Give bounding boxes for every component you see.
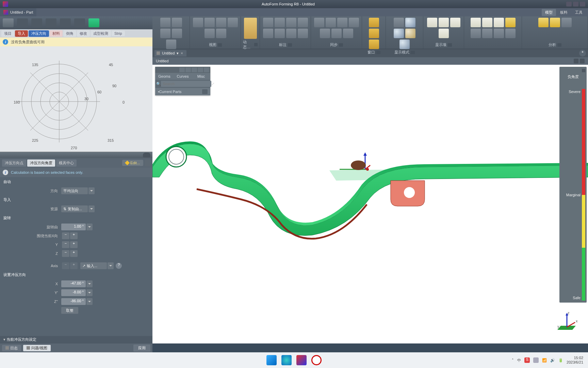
viewport-tab-dropdown-icon[interactable]: ▾ [177,51,179,56]
rgroup-displayitem-expand[interactable] [448,43,452,47]
rgroup-annotate-expand[interactable] [288,43,292,47]
rgroup-displaymode-expand[interactable] [411,51,415,54]
wf-tipdir[interactable]: 冲压方向 [29,30,49,37]
rib-m-4-icon[interactable] [505,18,516,27]
z-minus[interactable]: − [62,250,69,257]
viewport-close-button[interactable] [580,59,585,63]
viewport-add-tab[interactable]: + [579,50,586,57]
minimize-button[interactable] [566,2,572,6]
aroundx-minus[interactable]: − [62,232,69,239]
y-plus[interactable]: + [70,241,78,248]
subtab-tipangle[interactable]: 冲压方向角度 [27,159,55,167]
autoform-icon[interactable] [296,355,307,365]
rib-win-2-icon[interactable] [369,29,379,38]
rib-dynamic-icon[interactable] [244,18,257,39]
rib-ann-3-icon[interactable] [286,18,296,27]
rib-obj-2-icon[interactable] [172,18,182,27]
rib-view-1-icon[interactable] [193,18,203,27]
tool-3-icon[interactable] [31,18,42,27]
geoms-btn1-icon[interactable] [179,67,185,72]
geoms-btn3-icon[interactable] [192,67,197,72]
rib-a-3-icon[interactable] [561,18,572,27]
close-button[interactable] [580,2,585,6]
tray-wifi-icon[interactable]: 📶 [542,358,547,363]
yp-dropdown[interactable] [86,289,93,296]
axis-dropdown[interactable] [108,262,114,269]
wf-strip[interactable]: Strip [112,31,125,36]
document-tab[interactable]: Untitled - Part [0,8,36,16]
panel-grip[interactable] [0,152,152,158]
rib-obj-4-icon[interactable] [172,29,182,38]
rib-sync-2-icon[interactable] [326,18,336,27]
rib-view-5-icon[interactable] [205,29,215,38]
rib-obj-3-icon[interactable] [160,29,170,38]
viewport-max-button[interactable] [574,59,578,63]
rib-view-3-icon[interactable] [216,18,226,27]
rib-sync-4-icon[interactable] [349,18,359,27]
axis-help[interactable]: ? [116,263,122,269]
rib-view-4-icon[interactable] [228,18,238,27]
direction-dropdown[interactable] [88,187,95,194]
tray-cloud-icon[interactable] [533,357,539,363]
wf-project[interactable]: 项目 [1,30,14,37]
rib-ann-6-icon[interactable] [275,29,285,38]
rib-a-1-icon[interactable] [538,18,549,27]
source-dropdown[interactable] [88,205,95,212]
rib-obj-1-icon[interactable] [160,18,170,27]
subtab-diecenter[interactable]: 模具中心 [56,159,77,167]
direction-select[interactable]: 平均法向 [61,187,88,194]
rib-m-2-icon[interactable] [482,18,492,27]
geoms-pin-icon[interactable] [204,67,209,72]
tool-4-icon[interactable] [46,18,56,27]
apply-button[interactable]: 应用 [133,344,150,352]
subtab-tippoint[interactable]: 冲压方向点 [2,159,26,167]
source-select[interactable]: ⇅ 复制由... [61,205,88,212]
maximize-button[interactable] [573,2,578,6]
geoms-tab-geoms[interactable]: Geoms [155,73,174,80]
rgroup-analysis-expand[interactable] [557,43,561,47]
rgroup-dynamic-expand[interactable] [254,43,258,46]
geoms-btn2-icon[interactable] [185,67,191,72]
rib-a-2-icon[interactable] [550,18,560,27]
edit-dropdown[interactable] [145,159,150,166]
rgroup-view-expand[interactable] [218,43,222,47]
rib-ann-5-icon[interactable] [263,29,273,38]
viewport-3d[interactable]: Geoms Curves Misc 🔍 ⤢ • Current Parts 负角… [152,65,588,343]
issues-tab[interactable]: 问题/视图 [23,345,51,351]
rib-sync-3-icon[interactable] [337,18,347,27]
geoms-btn4-icon[interactable] [198,67,203,72]
round-button[interactable]: 取整 [61,307,78,314]
tool-6-icon[interactable] [74,18,85,27]
log-tab[interactable]: 日志 [2,345,21,351]
rib-dm-globe3-icon[interactable] [405,29,415,38]
tray-clock[interactable]: 15:02 2023/6/21 [567,356,583,364]
rib-m-8-icon[interactable] [505,29,516,38]
rib-m-6-icon[interactable] [482,29,492,38]
record-icon[interactable] [311,355,322,365]
rib-obj-5-icon[interactable] [166,40,176,49]
rib-di-3-icon[interactable] [450,18,460,27]
menu-model[interactable]: 模型 [542,9,556,16]
rib-ann-4-icon[interactable] [298,18,308,27]
yp-value[interactable]: -8.00 ° [61,289,86,296]
rib-ann-1-icon[interactable] [263,18,273,27]
rib-di-4-icon[interactable] [439,29,449,38]
tool-5-icon[interactable] [60,18,71,27]
rib-m-7-icon[interactable] [494,29,504,38]
geoms-tab-curves[interactable]: Curves [174,73,192,80]
rib-dm-globe2-icon[interactable] [394,29,404,38]
viewport-tab-close[interactable]: × [181,51,183,55]
start-button[interactable] [266,355,277,365]
y-minus[interactable]: − [62,241,69,248]
geoms-current[interactable]: • Current Parts [155,88,210,95]
geoms-search-input[interactable] [161,81,211,87]
rib-di-2-icon[interactable] [439,18,449,27]
rgroup-sync-expand[interactable] [339,43,343,47]
edge-icon[interactable] [281,355,292,365]
tool-2-icon[interactable] [17,18,28,27]
rib-ann-2-icon[interactable] [275,18,285,27]
z-plus[interactable]: + [70,250,78,257]
rib-view-6-icon[interactable] [216,29,226,38]
rib-win-3-icon[interactable] [369,40,379,49]
rib-win-1-icon[interactable] [369,18,379,27]
